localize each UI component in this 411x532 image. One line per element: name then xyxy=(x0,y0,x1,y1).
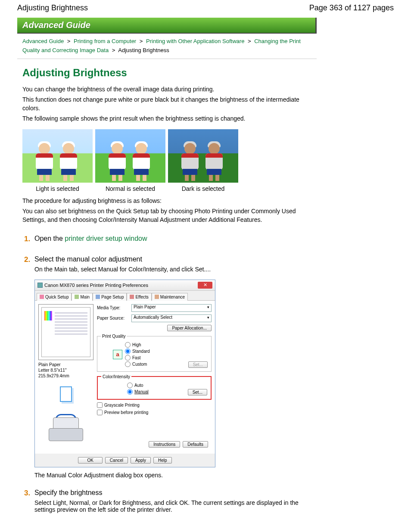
tab-quick-setup[interactable]: Quick Setup xyxy=(37,293,72,301)
sample-images: Light is selected Normal is selected Dar… xyxy=(22,129,317,192)
step-2-desc: On the Main tab, select Manual for Color… xyxy=(34,266,317,273)
media-type-select[interactable]: Plain Paper xyxy=(131,304,212,312)
paper-allocation-button[interactable]: Paper Allocation... xyxy=(167,325,212,331)
crumb-printing-computer[interactable]: Printing from a Computer xyxy=(74,38,136,44)
ci-set-button[interactable]: Set... xyxy=(188,389,207,395)
printing-preferences-dialog: Canon MX870 series Printer Printing Pref… xyxy=(34,280,215,467)
sample-light xyxy=(22,129,93,183)
sample-dark xyxy=(168,129,238,183)
ci-auto-radio[interactable] xyxy=(127,383,133,388)
ci-manual-radio[interactable] xyxy=(127,389,133,395)
quality-sample-icon: a xyxy=(113,350,122,359)
print-quality-group: Print Quality a High Standard Fast xyxy=(97,334,212,372)
printer-icon xyxy=(37,283,43,288)
sample-normal-label: Normal is selected xyxy=(95,185,165,192)
pq-high-radio[interactable] xyxy=(125,342,131,348)
tab-strip: Quick Setup Main Page Setup Effects Main… xyxy=(35,291,215,301)
crumb-current: Adjusting Brightness xyxy=(118,47,169,53)
printer-illustration xyxy=(38,412,93,447)
paper-source-label: Paper Source: xyxy=(97,316,129,320)
guide-banner: Advanced Guide xyxy=(17,18,317,34)
maintenance-icon xyxy=(155,295,159,299)
step-2-title: Select the manual color adjustment xyxy=(34,255,317,263)
preview-media: Plain Paper xyxy=(38,362,93,367)
step-1-num: 1. xyxy=(22,235,34,245)
pq-standard-radio[interactable] xyxy=(125,348,131,354)
after-dialog-note: The Manual Color Adjustment dialog box o… xyxy=(34,472,317,479)
tab-page-setup[interactable]: Page Setup xyxy=(93,293,127,301)
sample-normal xyxy=(95,129,165,183)
step-3-num: 3. xyxy=(22,489,34,513)
defaults-button[interactable]: Defaults xyxy=(183,441,208,448)
dialog-title: Canon MX870 series Printer Printing Pref… xyxy=(44,283,148,288)
rainbow-icon xyxy=(44,311,52,320)
step-2-num: 2. xyxy=(22,255,34,479)
ok-button[interactable]: OK xyxy=(78,457,102,464)
help-button[interactable]: Help xyxy=(153,457,172,464)
page-title: Adjusting Brightness xyxy=(22,67,317,79)
instructions-button[interactable]: Instructions xyxy=(149,441,180,448)
procedure-intro: The procedure for adjusting brightness i… xyxy=(22,196,317,205)
orientation-preview xyxy=(38,385,93,404)
grayscale-checkbox[interactable] xyxy=(97,402,103,408)
preview-checkbox[interactable] xyxy=(97,410,103,415)
quick-setup-note: You can also set brightness on the Quick… xyxy=(22,207,317,224)
color-intensity-group: Color/Intensity Auto Manual Set... xyxy=(97,374,212,400)
printer-driver-link[interactable]: printer driver setup window xyxy=(65,235,147,242)
print-quality-legend: Print Quality xyxy=(101,334,127,339)
sample-dark-label: Dark is selected xyxy=(168,185,238,192)
intro-p1: You can change the brightness of the ove… xyxy=(22,85,317,93)
step-3-title: Specify the brightness xyxy=(34,489,317,497)
intro-p3: The following sample shows the print res… xyxy=(22,114,317,123)
preview-size: Letter 8.5"x11" 215.9x279.4mm xyxy=(38,367,93,379)
pq-set-button[interactable]: Set... xyxy=(188,361,208,368)
main-icon xyxy=(75,295,79,299)
step-3-desc: Select Light, Normal, or Dark for Bright… xyxy=(34,499,317,513)
quick-setup-icon xyxy=(40,295,44,299)
media-type-label: Media Type: xyxy=(97,305,129,310)
intro-p2: This function does not change pure white… xyxy=(22,95,317,113)
sample-light-label: Light is selected xyxy=(22,185,93,192)
pq-custom-radio[interactable] xyxy=(125,361,131,367)
pq-fast-radio[interactable] xyxy=(125,355,131,361)
paper-source-select[interactable]: Automatically Select xyxy=(131,314,212,322)
cancel-button[interactable]: Cancel xyxy=(105,457,128,464)
apply-button[interactable]: Apply xyxy=(131,457,151,464)
page-indicator: Page 363 of 1127 pages xyxy=(309,3,394,12)
tab-main[interactable]: Main xyxy=(72,293,93,301)
page-setup-icon xyxy=(96,295,100,299)
effects-icon xyxy=(130,295,134,299)
breadcrumb: Advanced Guide > Printing from a Compute… xyxy=(17,34,317,59)
tab-maintenance[interactable]: Maintenance xyxy=(152,293,188,301)
crumb-advanced-guide[interactable]: Advanced Guide xyxy=(22,38,64,44)
tab-effects[interactable]: Effects xyxy=(127,293,151,301)
doc-title: Adjusting Brightness xyxy=(17,3,88,12)
step-1-pre: Open the xyxy=(34,235,65,242)
close-button[interactable]: ✕ xyxy=(198,282,212,289)
settings-preview xyxy=(38,304,93,360)
color-intensity-legend: Color/Intensity xyxy=(101,374,131,379)
crumb-printing-other-app[interactable]: Printing with Other Application Software xyxy=(146,38,244,44)
